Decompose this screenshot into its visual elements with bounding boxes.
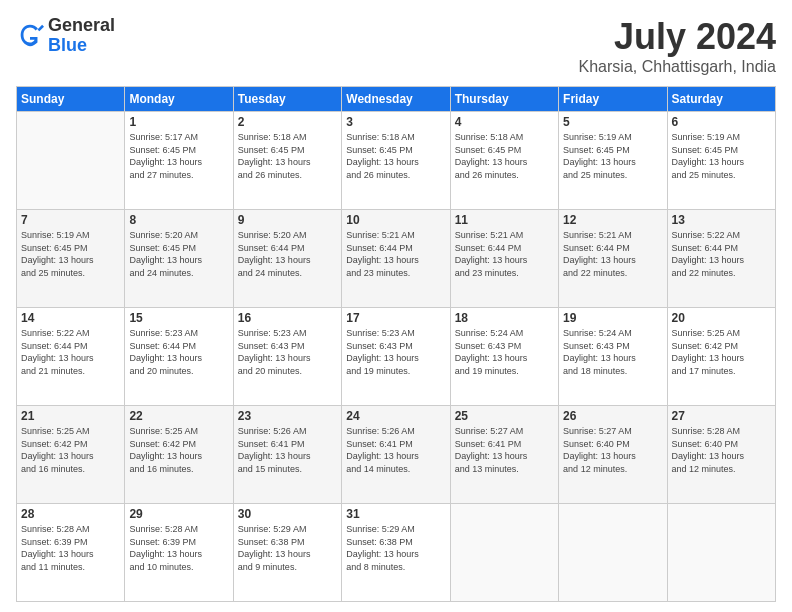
calendar-cell: 6Sunrise: 5:19 AM Sunset: 6:45 PM Daylig… — [667, 112, 775, 210]
day-info: Sunrise: 5:20 AM Sunset: 6:45 PM Dayligh… — [129, 229, 228, 279]
day-info: Sunrise: 5:21 AM Sunset: 6:44 PM Dayligh… — [346, 229, 445, 279]
day-number: 27 — [672, 409, 771, 423]
calendar-cell: 22Sunrise: 5:25 AM Sunset: 6:42 PM Dayli… — [125, 406, 233, 504]
calendar-cell — [667, 504, 775, 602]
calendar-cell: 19Sunrise: 5:24 AM Sunset: 6:43 PM Dayli… — [559, 308, 667, 406]
calendar: SundayMondayTuesdayWednesdayThursdayFrid… — [16, 86, 776, 602]
calendar-cell: 20Sunrise: 5:25 AM Sunset: 6:42 PM Dayli… — [667, 308, 775, 406]
page: General Blue July 2024 Kharsia, Chhattis… — [0, 0, 792, 612]
calendar-cell: 24Sunrise: 5:26 AM Sunset: 6:41 PM Dayli… — [342, 406, 450, 504]
calendar-cell — [17, 112, 125, 210]
calendar-body: 1Sunrise: 5:17 AM Sunset: 6:45 PM Daylig… — [17, 112, 776, 602]
weekday-header: Friday — [559, 87, 667, 112]
day-number: 5 — [563, 115, 662, 129]
day-number: 22 — [129, 409, 228, 423]
day-info: Sunrise: 5:19 AM Sunset: 6:45 PM Dayligh… — [672, 131, 771, 181]
logo-icon — [16, 22, 44, 50]
calendar-cell: 26Sunrise: 5:27 AM Sunset: 6:40 PM Dayli… — [559, 406, 667, 504]
day-info: Sunrise: 5:20 AM Sunset: 6:44 PM Dayligh… — [238, 229, 337, 279]
logo-blue: Blue — [48, 36, 115, 56]
day-info: Sunrise: 5:22 AM Sunset: 6:44 PM Dayligh… — [21, 327, 120, 377]
calendar-week-row: 14Sunrise: 5:22 AM Sunset: 6:44 PM Dayli… — [17, 308, 776, 406]
day-info: Sunrise: 5:25 AM Sunset: 6:42 PM Dayligh… — [672, 327, 771, 377]
day-info: Sunrise: 5:18 AM Sunset: 6:45 PM Dayligh… — [238, 131, 337, 181]
calendar-cell: 30Sunrise: 5:29 AM Sunset: 6:38 PM Dayli… — [233, 504, 341, 602]
calendar-cell: 10Sunrise: 5:21 AM Sunset: 6:44 PM Dayli… — [342, 210, 450, 308]
weekday-header: Tuesday — [233, 87, 341, 112]
logo: General Blue — [16, 16, 115, 56]
calendar-cell: 5Sunrise: 5:19 AM Sunset: 6:45 PM Daylig… — [559, 112, 667, 210]
day-number: 29 — [129, 507, 228, 521]
day-number: 28 — [21, 507, 120, 521]
calendar-week-row: 1Sunrise: 5:17 AM Sunset: 6:45 PM Daylig… — [17, 112, 776, 210]
day-info: Sunrise: 5:21 AM Sunset: 6:44 PM Dayligh… — [563, 229, 662, 279]
calendar-cell: 14Sunrise: 5:22 AM Sunset: 6:44 PM Dayli… — [17, 308, 125, 406]
day-info: Sunrise: 5:19 AM Sunset: 6:45 PM Dayligh… — [21, 229, 120, 279]
day-number: 10 — [346, 213, 445, 227]
calendar-week-row: 21Sunrise: 5:25 AM Sunset: 6:42 PM Dayli… — [17, 406, 776, 504]
calendar-cell: 29Sunrise: 5:28 AM Sunset: 6:39 PM Dayli… — [125, 504, 233, 602]
day-number: 24 — [346, 409, 445, 423]
day-info: Sunrise: 5:25 AM Sunset: 6:42 PM Dayligh… — [21, 425, 120, 475]
calendar-cell: 21Sunrise: 5:25 AM Sunset: 6:42 PM Dayli… — [17, 406, 125, 504]
day-number: 9 — [238, 213, 337, 227]
calendar-cell: 28Sunrise: 5:28 AM Sunset: 6:39 PM Dayli… — [17, 504, 125, 602]
calendar-cell: 18Sunrise: 5:24 AM Sunset: 6:43 PM Dayli… — [450, 308, 558, 406]
day-info: Sunrise: 5:26 AM Sunset: 6:41 PM Dayligh… — [346, 425, 445, 475]
day-info: Sunrise: 5:23 AM Sunset: 6:44 PM Dayligh… — [129, 327, 228, 377]
calendar-cell: 16Sunrise: 5:23 AM Sunset: 6:43 PM Dayli… — [233, 308, 341, 406]
day-number: 31 — [346, 507, 445, 521]
calendar-week-row: 7Sunrise: 5:19 AM Sunset: 6:45 PM Daylig… — [17, 210, 776, 308]
day-info: Sunrise: 5:25 AM Sunset: 6:42 PM Dayligh… — [129, 425, 228, 475]
day-info: Sunrise: 5:27 AM Sunset: 6:40 PM Dayligh… — [563, 425, 662, 475]
subtitle: Kharsia, Chhattisgarh, India — [579, 58, 776, 76]
day-info: Sunrise: 5:28 AM Sunset: 6:40 PM Dayligh… — [672, 425, 771, 475]
day-info: Sunrise: 5:21 AM Sunset: 6:44 PM Dayligh… — [455, 229, 554, 279]
calendar-cell: 2Sunrise: 5:18 AM Sunset: 6:45 PM Daylig… — [233, 112, 341, 210]
calendar-cell: 11Sunrise: 5:21 AM Sunset: 6:44 PM Dayli… — [450, 210, 558, 308]
day-info: Sunrise: 5:19 AM Sunset: 6:45 PM Dayligh… — [563, 131, 662, 181]
day-number: 8 — [129, 213, 228, 227]
calendar-week-row: 28Sunrise: 5:28 AM Sunset: 6:39 PM Dayli… — [17, 504, 776, 602]
calendar-cell: 4Sunrise: 5:18 AM Sunset: 6:45 PM Daylig… — [450, 112, 558, 210]
day-number: 16 — [238, 311, 337, 325]
day-info: Sunrise: 5:29 AM Sunset: 6:38 PM Dayligh… — [238, 523, 337, 573]
day-number: 30 — [238, 507, 337, 521]
calendar-cell: 31Sunrise: 5:29 AM Sunset: 6:38 PM Dayli… — [342, 504, 450, 602]
calendar-cell: 12Sunrise: 5:21 AM Sunset: 6:44 PM Dayli… — [559, 210, 667, 308]
day-number: 11 — [455, 213, 554, 227]
day-number: 1 — [129, 115, 228, 129]
day-info: Sunrise: 5:18 AM Sunset: 6:45 PM Dayligh… — [346, 131, 445, 181]
day-number: 17 — [346, 311, 445, 325]
day-info: Sunrise: 5:17 AM Sunset: 6:45 PM Dayligh… — [129, 131, 228, 181]
day-number: 19 — [563, 311, 662, 325]
weekday-header: Wednesday — [342, 87, 450, 112]
day-number: 23 — [238, 409, 337, 423]
title-block: July 2024 Kharsia, Chhattisgarh, India — [579, 16, 776, 76]
day-number: 6 — [672, 115, 771, 129]
day-number: 12 — [563, 213, 662, 227]
day-info: Sunrise: 5:26 AM Sunset: 6:41 PM Dayligh… — [238, 425, 337, 475]
day-info: Sunrise: 5:24 AM Sunset: 6:43 PM Dayligh… — [455, 327, 554, 377]
day-number: 3 — [346, 115, 445, 129]
day-info: Sunrise: 5:29 AM Sunset: 6:38 PM Dayligh… — [346, 523, 445, 573]
day-number: 18 — [455, 311, 554, 325]
calendar-cell: 27Sunrise: 5:28 AM Sunset: 6:40 PM Dayli… — [667, 406, 775, 504]
weekday-header: Sunday — [17, 87, 125, 112]
calendar-cell: 8Sunrise: 5:20 AM Sunset: 6:45 PM Daylig… — [125, 210, 233, 308]
calendar-cell — [559, 504, 667, 602]
calendar-cell: 3Sunrise: 5:18 AM Sunset: 6:45 PM Daylig… — [342, 112, 450, 210]
day-number: 13 — [672, 213, 771, 227]
day-info: Sunrise: 5:24 AM Sunset: 6:43 PM Dayligh… — [563, 327, 662, 377]
day-info: Sunrise: 5:28 AM Sunset: 6:39 PM Dayligh… — [21, 523, 120, 573]
weekday-row: SundayMondayTuesdayWednesdayThursdayFrid… — [17, 87, 776, 112]
day-number: 15 — [129, 311, 228, 325]
calendar-cell: 23Sunrise: 5:26 AM Sunset: 6:41 PM Dayli… — [233, 406, 341, 504]
day-number: 4 — [455, 115, 554, 129]
calendar-cell: 7Sunrise: 5:19 AM Sunset: 6:45 PM Daylig… — [17, 210, 125, 308]
day-info: Sunrise: 5:27 AM Sunset: 6:41 PM Dayligh… — [455, 425, 554, 475]
day-number: 7 — [21, 213, 120, 227]
day-number: 20 — [672, 311, 771, 325]
day-info: Sunrise: 5:23 AM Sunset: 6:43 PM Dayligh… — [346, 327, 445, 377]
calendar-cell: 13Sunrise: 5:22 AM Sunset: 6:44 PM Dayli… — [667, 210, 775, 308]
